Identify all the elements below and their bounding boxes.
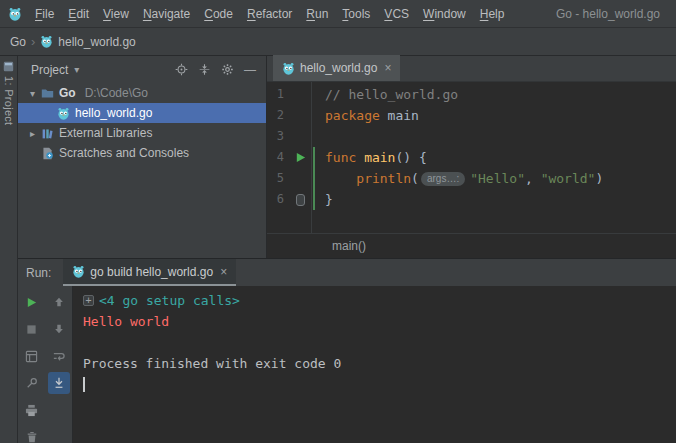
- gutter-slot: [289, 152, 311, 163]
- text-caret: [83, 377, 85, 392]
- console-line: Hello world: [83, 311, 676, 332]
- print-button[interactable]: [21, 399, 43, 421]
- menu-view[interactable]: View: [96, 7, 136, 21]
- editor-tab-hello-world-go[interactable]: hello_world.go ×: [273, 55, 400, 81]
- code-line[interactable]: 3: [267, 126, 676, 147]
- breadcrumb-scope[interactable]: main(): [332, 239, 366, 253]
- run-body: + <4 go setup calls> Hello world Process…: [18, 286, 676, 443]
- collapse-all-button[interactable]: [198, 63, 211, 76]
- code-keyword: package: [325, 108, 380, 123]
- arrow-up-icon: [53, 296, 65, 308]
- gopher-icon: [55, 107, 71, 120]
- rerun-button[interactable]: [21, 291, 43, 313]
- console-setup-calls[interactable]: <4 go setup calls>: [99, 290, 240, 311]
- line-number: 5: [267, 168, 289, 189]
- code-line[interactable]: 5 println(args…:"Hello", "world"): [267, 168, 676, 189]
- folder-icon: [39, 87, 55, 100]
- menu-refactor[interactable]: Refactor: [240, 7, 299, 21]
- code-editor[interactable]: 1 // hello_world.go 2 package main 3: [267, 82, 676, 233]
- workspace: 1: Project Project ▾: [0, 56, 676, 443]
- tree-item-label: hello_world.go: [75, 106, 152, 120]
- clear-all-button[interactable]: [21, 426, 43, 443]
- code-text: ,: [525, 171, 541, 186]
- left-tool-strip: 1: Project: [0, 56, 18, 443]
- arrow-down-icon: [53, 323, 65, 335]
- run-tab-go-build[interactable]: go build hello_world.go ×: [63, 259, 236, 286]
- editor-tab-bar: hello_world.go ×: [267, 56, 676, 82]
- line-number: 1: [267, 84, 289, 105]
- menu-edit[interactable]: Edit: [61, 7, 96, 21]
- content-column: Project ▾ —: [18, 56, 676, 443]
- project-tool-icon: [3, 61, 14, 72]
- stop-icon: [26, 324, 37, 335]
- close-icon[interactable]: ×: [384, 61, 391, 75]
- expand-fold-icon[interactable]: +: [83, 295, 94, 306]
- restore-layout-button[interactable]: [21, 345, 43, 367]
- soft-wrap-button[interactable]: [48, 345, 70, 367]
- breadcrumb-file[interactable]: hello_world.go: [58, 35, 135, 49]
- collapsed-twisty-icon[interactable]: ▸: [26, 128, 39, 139]
- menu-tools[interactable]: Tools: [335, 7, 377, 21]
- gopher-icon: [72, 265, 85, 278]
- code-indent: [325, 171, 356, 186]
- pin-tab-button[interactable]: [21, 372, 43, 394]
- tree-item-label: External Libraries: [59, 126, 152, 140]
- menu-vcs[interactable]: VCS: [377, 7, 416, 21]
- tree-item-scratches[interactable]: Scratches and Consoles: [18, 143, 266, 163]
- run-toolbar-secondary: [45, 286, 72, 443]
- console-line: + <4 go setup calls>: [83, 290, 676, 311]
- menu-help[interactable]: Help: [473, 7, 512, 21]
- soft-wrap-icon: [52, 350, 65, 363]
- menu-window[interactable]: Window: [416, 7, 473, 21]
- stop-button[interactable]: [21, 318, 43, 340]
- run-tab-label: go build hello_world.go: [90, 265, 213, 279]
- tree-item-label: Go: [59, 86, 76, 100]
- menu-run[interactable]: Run: [299, 7, 335, 21]
- code-line[interactable]: 2 package main: [267, 105, 676, 126]
- up-stack-trace-button[interactable]: [48, 291, 70, 313]
- tree-item-label: Scratches and Consoles: [59, 146, 189, 160]
- libraries-icon: [39, 127, 55, 140]
- code-line[interactable]: 4 func main() {: [267, 147, 676, 168]
- hide-panel-button[interactable]: —: [244, 64, 256, 76]
- close-icon[interactable]: ×: [220, 265, 227, 279]
- console-line: Process finished with exit code 0: [83, 353, 676, 374]
- editor-breadcrumb-bar: main(): [267, 233, 676, 258]
- project-panel-title[interactable]: Project: [31, 63, 68, 77]
- down-stack-trace-button[interactable]: [48, 318, 70, 340]
- run-tool-window: Run: go build hello_world.go ×: [18, 258, 676, 443]
- tree-item-external-libraries[interactable]: ▸ External Libraries: [18, 123, 266, 143]
- scope-indicator: [313, 147, 315, 210]
- play-icon: [26, 297, 37, 308]
- code-line[interactable]: 6 }: [267, 189, 676, 210]
- tree-item-hello-world-go[interactable]: hello_world.go: [18, 103, 266, 123]
- menu-navigate[interactable]: Navigate: [136, 7, 197, 21]
- window-title: Go - hello_world.go: [556, 7, 660, 21]
- console-output[interactable]: + <4 go setup calls> Hello world Process…: [72, 286, 676, 443]
- settings-button[interactable]: [221, 63, 234, 76]
- project-panel: Project ▾ —: [18, 56, 267, 258]
- code-string: "world": [541, 171, 596, 186]
- layout-icon: [25, 350, 38, 363]
- code-string: "Hello": [470, 171, 525, 186]
- locate-icon: [175, 63, 188, 76]
- run-main-gutter-button[interactable]: [295, 152, 306, 163]
- tree-item-go-root[interactable]: ▾ Go D:\Code\Go: [18, 83, 266, 103]
- chevron-down-icon[interactable]: ▾: [74, 64, 79, 75]
- project-tool-button[interactable]: 1: Project: [3, 76, 15, 125]
- menu-file[interactable]: File: [28, 7, 61, 21]
- code-line[interactable]: 1 // hello_world.go: [267, 84, 676, 105]
- expanded-twisty-icon[interactable]: ▾: [26, 88, 39, 99]
- scroll-to-end-button[interactable]: [48, 372, 70, 394]
- collapse-all-icon: [198, 63, 211, 76]
- line-number: 6: [267, 189, 289, 210]
- breadcrumb-root[interactable]: Go: [10, 35, 26, 49]
- select-opened-file-button[interactable]: [175, 63, 188, 76]
- tab-label: hello_world.go: [300, 61, 377, 75]
- fold-indicator-icon[interactable]: [296, 194, 305, 206]
- goland-logo-icon: [8, 7, 22, 21]
- code-text: (: [411, 171, 419, 186]
- code-text: main: [380, 108, 419, 123]
- navigation-bar: Go › hello_world.go: [0, 28, 676, 56]
- menu-code[interactable]: Code: [197, 7, 240, 21]
